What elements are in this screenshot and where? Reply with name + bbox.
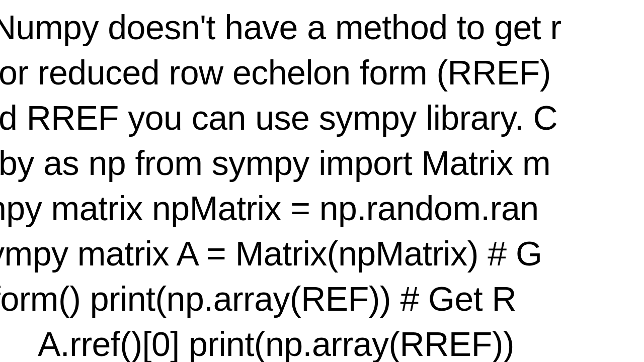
text-line-6: ympy matrix A = Matrix(npMatrix) # G — [0, 234, 542, 273]
text-line-3: d RREF you can use sympy library. C — [0, 98, 557, 137]
text-line-7: form() print(np.array(REF)) # Get R — [0, 279, 516, 318]
text-line-1: Numpy doesn't have a method to get r — [0, 8, 561, 47]
text-line-5: npy matrix npMatrix = np.random.ran — [0, 189, 539, 228]
text-line-8: A.rref()[0] print(np.array(RREF)) — [38, 324, 514, 362]
text-line-4: by as np from sympy import Matrix m — [0, 143, 550, 183]
text-line-2: or reduced row echelon form (RREF) — [0, 53, 551, 92]
